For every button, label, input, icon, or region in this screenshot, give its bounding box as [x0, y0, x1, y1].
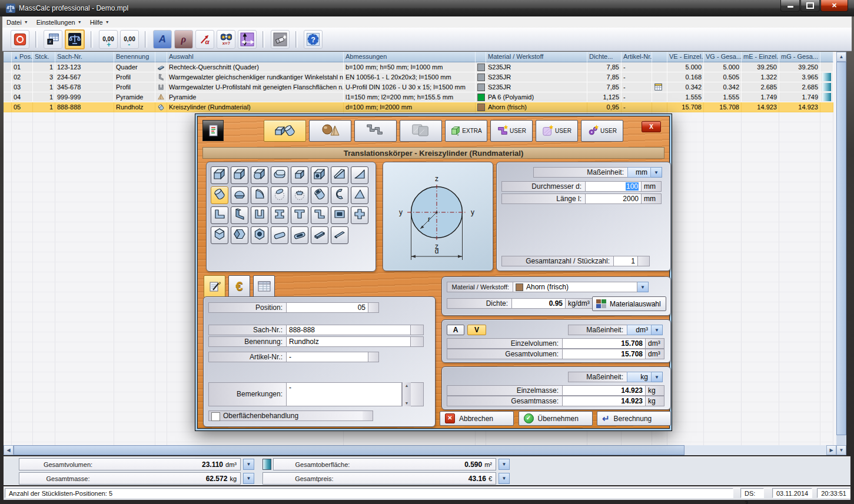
shape-z-profile-button[interactable] — [311, 206, 328, 224]
column-header[interactable]: Material / Werkstoff — [486, 52, 587, 62]
dialog-tab-extra[interactable]: vEXTRA — [445, 120, 487, 142]
shape-flat-oval-tube-button[interactable] — [291, 226, 308, 244]
horizontal-scroll-thumb[interactable] — [14, 445, 684, 455]
toolbar-scale-button[interactable] — [65, 29, 85, 49]
chevron-down-icon[interactable]: ▼ — [652, 325, 663, 335]
shape-hex-tube-button[interactable] — [251, 226, 268, 244]
shape-triangle-prism-button[interactable] — [351, 186, 368, 204]
vertical-scrollbar[interactable]: ▲ ▼ — [836, 52, 846, 455]
menu-datei[interactable]: Datei▼ — [2, 18, 32, 27]
shape-cylinder-sector-button[interactable] — [291, 186, 308, 204]
column-header[interactable] — [476, 52, 486, 62]
table-row[interactable]: 031345-678ProfilWarmgewalzter U-Profilst… — [4, 82, 836, 92]
shape-flat-oval-button[interactable] — [271, 226, 288, 244]
shape-tube-button[interactable] — [311, 186, 328, 204]
toolbar-decimals-remove-button[interactable]: 0,00- — [120, 30, 139, 49]
shape-rect-tube-button[interactable] — [331, 206, 348, 224]
apply-button[interactable]: ✓Übernehmen — [519, 411, 593, 426]
scroll-right-button[interactable]: ▶ — [826, 445, 836, 455]
dialog-tab-user-profiles[interactable]: USER — [490, 120, 533, 142]
dialog-tab-user-shapes[interactable]: USER — [581, 120, 623, 142]
shape-l-angle-button[interactable] — [211, 206, 228, 224]
price-unit-dropdown[interactable]: ▼ — [499, 473, 510, 484]
menu-hilfe[interactable]: Hilfe▼ — [86, 18, 114, 27]
toolbar-find-button[interactable]: x=? — [217, 30, 235, 49]
shape-cube-button[interactable] — [291, 166, 308, 184]
shape-i-beam-button[interactable] — [271, 206, 288, 224]
table-row[interactable]: 023234-567ProfilWarmgewalzter gleichsche… — [4, 72, 836, 82]
shape-stadium-prism-button[interactable] — [271, 166, 288, 184]
toolbar-eraser-button[interactable] — [271, 30, 290, 49]
column-header[interactable]: Abmessungen — [344, 52, 476, 62]
shape-box-with-hole-button[interactable] — [311, 166, 328, 184]
column-header[interactable]: Dichte... — [587, 52, 622, 62]
unit-select[interactable]: mm — [627, 167, 651, 178]
cancel-button[interactable]: ✕Abbrechen — [440, 411, 514, 426]
tab-notes[interactable] — [204, 275, 225, 298]
column-header[interactable]: Auswahl — [167, 52, 344, 62]
column-header[interactable]: Benennung — [114, 52, 155, 62]
column-header[interactable]: mE - Einzel... — [742, 52, 779, 62]
column-header[interactable]: Artikel-Nr. — [622, 52, 652, 62]
column-header[interactable]: Stck. — [33, 52, 55, 62]
artikel-nr-input[interactable]: - — [286, 352, 368, 362]
chevron-down-icon[interactable]: ▼ — [637, 282, 649, 292]
shape-box-button[interactable] — [211, 166, 228, 184]
tab-price[interactable]: € — [228, 275, 250, 298]
volume-unit-dropdown[interactable]: ▼ — [243, 459, 254, 470]
toolbar-area-button[interactable]: A — [153, 30, 172, 49]
column-header[interactable]: mG - Gesa... — [779, 52, 820, 62]
chevron-down-icon[interactable]: ▼ — [652, 372, 663, 382]
column-header[interactable]: ▲Pos. — [12, 52, 33, 62]
shape-quarter-cylinder-button[interactable] — [251, 186, 268, 204]
toolbar-dimension-button[interactable] — [238, 30, 257, 49]
diameter-input[interactable]: 100 — [585, 181, 642, 192]
chevron-down-icon[interactable]: ▼ — [651, 167, 662, 178]
close-button[interactable]: ✕ — [820, 0, 848, 12]
shape-l-angle-rounded-button[interactable] — [231, 206, 248, 224]
volume-unit-select[interactable]: dm³ — [627, 325, 652, 335]
area-mode-button[interactable]: A — [447, 325, 464, 335]
toolbar-angle-button[interactable]: α — [195, 30, 214, 49]
shape-concave-wedge-button[interactable] — [351, 166, 368, 184]
shape-t-profile-button[interactable] — [291, 206, 308, 224]
dialog-tab-translation-bodies[interactable] — [264, 120, 306, 142]
dialog-tab-rotation-bodies[interactable] — [309, 120, 351, 142]
volume-mode-button[interactable]: V — [467, 325, 486, 335]
column-header[interactable] — [652, 52, 667, 62]
benennung-input[interactable]: Rundholz — [286, 336, 411, 347]
dialog-close-button[interactable]: X — [642, 121, 661, 132]
bemerkungen-input[interactable]: - — [286, 382, 402, 406]
column-header[interactable]: Sach-Nr. — [55, 52, 114, 62]
material-select[interactable]: Ahorn (frisch) — [513, 282, 637, 292]
shape-bent-sheet-button[interactable] — [331, 186, 348, 204]
shape-half-cylinder-button[interactable] — [231, 186, 248, 204]
maximize-button[interactable] — [800, 0, 820, 12]
shape-box-rounded-button[interactable] — [231, 166, 248, 184]
column-header[interactable]: VE - Einzel... — [667, 52, 704, 62]
horizontal-scrollbar[interactable]: ◀ ▶ — [4, 445, 836, 455]
mass-unit-select[interactable]: kg — [627, 372, 652, 382]
table-row[interactable]: 041999-999PyramidePyramidel1=150 mm; l2=… — [4, 92, 836, 102]
column-header[interactable] — [820, 52, 833, 62]
memo-scrollbar[interactable]: ▲▼ — [402, 382, 411, 406]
tab-list[interactable] — [253, 275, 275, 298]
shape-hex-prism-rotated-button[interactable] — [231, 226, 248, 244]
toolbar-help-button[interactable]: ? — [304, 30, 323, 49]
dialog-tab-plates[interactable] — [400, 120, 442, 142]
length-input[interactable]: 2000 — [585, 193, 642, 204]
toolbar-exit-button[interactable] — [11, 30, 29, 49]
scroll-up-button[interactable]: ▲ — [836, 52, 846, 62]
mass-unit-dropdown[interactable]: ▼ — [243, 473, 254, 484]
toolbar-density-button[interactable]: ρ — [174, 30, 193, 49]
shape-hex-prism-button[interactable] — [211, 226, 228, 244]
minimize-button[interactable] — [780, 0, 800, 12]
column-header[interactable]: VG - Gesa... — [704, 52, 742, 62]
count-input[interactable]: 1 — [613, 256, 638, 266]
surface-unit-dropdown[interactable]: ▼ — [499, 459, 510, 470]
shape-u-channel-button[interactable] — [251, 206, 268, 224]
table-row[interactable]: 011123-123QuaderRechteck-Querschnitt (Qu… — [4, 62, 836, 72]
menu-einstellungen[interactable]: Einstellungen▼ — [32, 18, 86, 27]
shape-cross-profile-button[interactable] — [351, 206, 368, 224]
material-select-button[interactable]: Materialauswahl — [592, 296, 666, 311]
